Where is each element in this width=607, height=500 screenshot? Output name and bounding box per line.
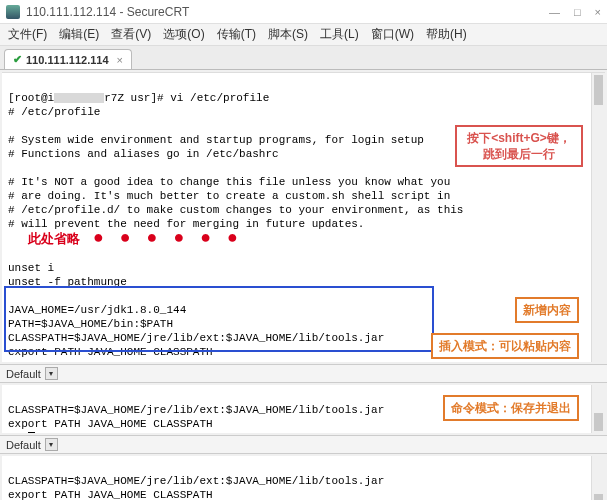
menu-options[interactable]: 选项(O) — [163, 26, 204, 43]
maximize-button[interactable]: □ — [574, 6, 581, 18]
menubar: 文件(F) 编辑(E) 查看(V) 选项(O) 传输(T) 脚本(S) 工具(L… — [0, 24, 607, 46]
omit-label: 此处省略 — [28, 231, 80, 246]
scrollbar-thumb-2[interactable] — [594, 413, 603, 431]
omit-dots: ●●●●●● — [93, 228, 254, 248]
menu-file[interactable]: 文件(F) — [8, 26, 47, 43]
t1-line1b: r7Z usr]# vi /etc/profile — [104, 92, 269, 104]
scrollbar-3[interactable] — [591, 456, 605, 500]
terminal-third[interactable]: CLASSPATH=$JAVA_HOME/jre/lib/ext:$JAVA_H… — [2, 456, 605, 500]
selector-label-2: Default — [6, 439, 41, 451]
terminal-second[interactable]: CLASSPATH=$JAVA_HOME/jre/lib/ext:$JAVA_H… — [2, 385, 605, 433]
minimize-button[interactable]: — — [549, 6, 560, 18]
menu-tools[interactable]: 工具(L) — [320, 26, 359, 43]
t1-unset1: unset i — [8, 262, 54, 274]
t1-line4: # System wide environment and startup pr… — [8, 134, 424, 146]
scrollbar-2[interactable] — [591, 385, 605, 433]
t1-line7: # It's NOT a good idea to change this fi… — [8, 176, 450, 188]
menu-view[interactable]: 查看(V) — [111, 26, 151, 43]
session-tab[interactable]: ✔ 110.111.112.114 × — [4, 49, 132, 69]
cursor1 — [28, 432, 35, 433]
tab-close-icon[interactable]: × — [117, 54, 123, 66]
selector-dropdown-1[interactable]: ▾ — [45, 367, 58, 380]
app-icon — [6, 5, 20, 19]
scrollbar-thumb-3[interactable] — [594, 494, 603, 500]
annot-shiftg: 按下<shift+G>键，跳到最后一行 — [455, 125, 583, 167]
t2-l1: CLASSPATH=$JAVA_HOME/jre/lib/ext:$JAVA_H… — [8, 404, 384, 416]
t2-l3: :wq — [8, 432, 28, 433]
redacted-host1 — [54, 93, 104, 103]
t1-line8: # are doing. It's much better to create … — [8, 190, 450, 202]
terminal-main[interactable]: [root@ir7Z usr]# vi /etc/profile # /etc/… — [2, 72, 605, 362]
scrollbar-thumb-main[interactable] — [594, 75, 603, 105]
t3-l1: CLASSPATH=$JAVA_HOME/jre/lib/ext:$JAVA_H… — [8, 475, 384, 487]
t1-line1a: [root@i — [8, 92, 54, 104]
tab-active-icon: ✔ — [13, 53, 22, 66]
tabbar: ✔ 110.111.112.114 × — [0, 46, 607, 70]
t2-l2: export PATH JAVA_HOME CLASSPATH — [8, 418, 213, 430]
menu-transfer[interactable]: 传输(T) — [217, 26, 256, 43]
menu-help[interactable]: 帮助(H) — [426, 26, 467, 43]
selector-dropdown-2[interactable]: ▾ — [45, 438, 58, 451]
window-title: 110.111.112.114 - SecureCRT — [26, 5, 549, 19]
menu-edit[interactable]: 编辑(E) — [59, 26, 99, 43]
scrollbar-main[interactable] — [591, 73, 605, 362]
selector-bar-2: Default ▾ — [0, 435, 607, 454]
close-button[interactable]: × — [595, 6, 601, 18]
t1-line5: # Functions and aliases go in /etc/bashr… — [8, 148, 279, 160]
menu-script[interactable]: 脚本(S) — [268, 26, 308, 43]
tab-label: 110.111.112.114 — [26, 54, 109, 66]
selector-label-1: Default — [6, 368, 41, 380]
annot-newcontent: 新增内容 — [515, 297, 579, 323]
t3-l2: export PATH JAVA_HOME CLASSPATH — [8, 489, 213, 500]
menu-window[interactable]: 窗口(W) — [371, 26, 414, 43]
t1-line9: # /etc/profile.d/ to make custom changes… — [8, 204, 463, 216]
t1-line2: # /etc/profile — [8, 106, 100, 118]
selector-bar-1: Default ▾ — [0, 364, 607, 383]
annot-cmdmode: 命令模式：保存并退出 — [443, 395, 579, 421]
window-titlebar: 110.111.112.114 - SecureCRT — □ × — [0, 0, 607, 24]
annot-insertmode: 插入模式：可以粘贴内容 — [431, 333, 579, 359]
annot-new-block-box — [4, 286, 434, 352]
